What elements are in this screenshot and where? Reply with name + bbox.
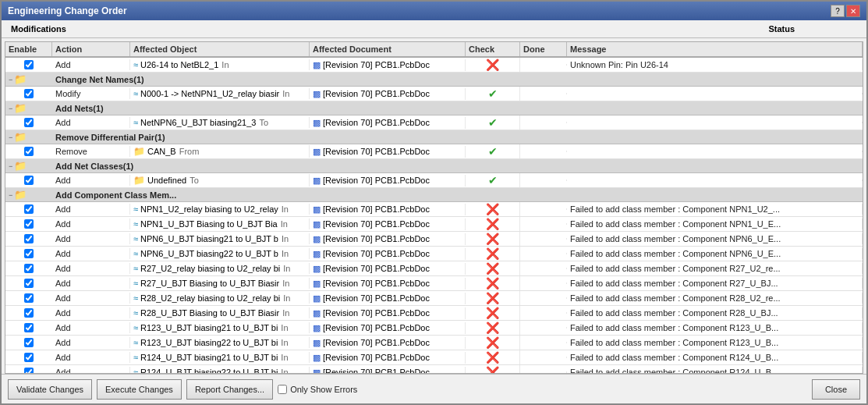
object-cell: ≈ R124_U_BJT biasing21 to U_BJT bi In — [130, 352, 310, 363]
enable-checkbox[interactable] — [24, 293, 34, 303]
collapse-icon[interactable]: − — [9, 191, 12, 199]
group-folder-icon: 📁 — [14, 73, 27, 85]
enable-cell[interactable] — [5, 278, 52, 289]
enable-cell[interactable] — [5, 218, 52, 229]
direction-text: In — [282, 89, 289, 98]
enable-checkbox[interactable] — [24, 147, 34, 156]
message-cell: Failed to add class member : Component N… — [567, 233, 863, 244]
collapse-icon[interactable]: − — [9, 105, 12, 112]
document-cell: ▩ [Revision 70] PCB1.PcbDoc — [310, 263, 466, 275]
enable-checkbox[interactable] — [24, 176, 34, 185]
enable-checkbox[interactable] — [24, 353, 34, 362]
enable-cell[interactable] — [5, 307, 52, 318]
bottom-bar: Validate Changes Execute Changes Report … — [2, 374, 866, 403]
enable-checkbox[interactable] — [24, 234, 34, 243]
enable-cell[interactable] — [5, 293, 52, 304]
doc-icon: ▩ — [313, 147, 321, 157]
message-cell — [567, 122, 863, 123]
direction-text: In — [221, 60, 229, 69]
document-text: [Revision 70] PCB1.PcbDoc — [323, 279, 430, 288]
validate-changes-button[interactable]: Validate Changes — [8, 379, 92, 400]
collapse-icon[interactable]: − — [9, 162, 12, 170]
table-row: Add ≈ NetNPN6_U_BJT biasing21_3 To ▩ [Re… — [5, 115, 863, 130]
only-show-errors-label[interactable]: Only Show Errors — [278, 385, 357, 394]
net-icon: ≈ — [133, 323, 138, 332]
enable-cell[interactable] — [5, 233, 52, 244]
done-cell — [520, 371, 567, 373]
document-cell: ▩ [Revision 70] PCB1.PcbDoc — [310, 59, 466, 71]
status-ok-icon: ✔ — [469, 116, 516, 129]
object-text: Undefined — [147, 176, 186, 185]
enable-cell[interactable] — [5, 337, 52, 348]
enable-checkbox[interactable] — [24, 118, 34, 127]
enable-cell[interactable] — [5, 146, 52, 157]
enable-cell[interactable] — [5, 352, 52, 363]
doc-icon: ▩ — [313, 308, 321, 318]
enable-checkbox[interactable] — [24, 308, 34, 318]
group-name: Remove Differential Pair(1) — [52, 132, 863, 143]
net-icon: ≈ — [133, 234, 138, 243]
table-row: Add ≈ R124_U_BJT biasing21 to U_BJT bi I… — [5, 350, 863, 365]
enable-checkbox[interactable] — [24, 219, 34, 229]
collapse-icon[interactable]: − — [9, 76, 12, 83]
net-icon: ≈ — [133, 249, 138, 258]
enable-cell[interactable] — [5, 322, 52, 333]
status-error-icon: ❌ — [469, 292, 516, 304]
report-changes-button[interactable]: Report Changes... — [186, 379, 273, 400]
check-cell: ❌ — [466, 336, 520, 350]
enable-cell[interactable] — [5, 204, 52, 215]
message-cell: Failed to add class member : Component N… — [567, 204, 863, 215]
enable-checkbox[interactable] — [24, 204, 34, 214]
enable-cell[interactable] — [5, 88, 52, 99]
enable-checkbox[interactable] — [24, 60, 34, 69]
enable-checkbox[interactable] — [24, 249, 34, 258]
document-cell: ▩ [Revision 70] PCB1.PcbDoc — [310, 233, 466, 245]
check-cell: ✔ — [466, 144, 520, 158]
object-text: U26-14 to NetBL2_1 — [140, 60, 218, 69]
group-expand[interactable]: − 📁 — [5, 159, 52, 172]
enable-cell[interactable] — [5, 263, 52, 274]
enable-checkbox[interactable] — [24, 323, 34, 332]
enable-cell[interactable] — [5, 367, 52, 373]
object-text: NPN1_U_BJT Biasing to U_BJT Bia — [140, 219, 278, 229]
document-cell: ▩ [Revision 70] PCB1.PcbDoc — [310, 337, 466, 349]
group-expand[interactable]: − 📁 — [5, 130, 52, 144]
collapse-icon[interactable]: − — [9, 133, 12, 141]
only-show-errors-checkbox[interactable] — [278, 385, 287, 394]
table-container: Enable Action Affected Object Affected D… — [5, 41, 863, 374]
object-cell: ≈ U26-14 to NetBL2_1 In — [130, 59, 310, 70]
group-expand[interactable]: − 📁 — [5, 101, 52, 115]
group-expand[interactable]: − 📁 — [5, 188, 52, 201]
table-row: Add ≈ NPN6_U_BJT biasing22 to U_BJT b In… — [5, 247, 863, 261]
direction-text: In — [282, 279, 289, 288]
help-button[interactable]: ? — [831, 5, 845, 17]
enable-checkbox[interactable] — [24, 338, 34, 347]
enable-checkbox[interactable] — [24, 89, 34, 98]
action-cell: Add — [52, 175, 130, 186]
table-row: Add ≈ NPN1_U2_relay biasing to U2_relay … — [5, 202, 863, 217]
action-cell: Add — [52, 117, 130, 128]
enable-checkbox[interactable] — [24, 264, 34, 273]
group-name: Change Net Names(1) — [52, 74, 863, 85]
object-cell: ≈ NetNPN6_U_BJT biasing21_3 To — [130, 117, 310, 128]
enable-checkbox[interactable] — [24, 368, 34, 373]
document-text: [Revision 70] PCB1.PcbDoc — [323, 323, 430, 332]
object-text: NPN6_U_BJT biasing22 to U_BJT b — [140, 249, 278, 258]
object-cell: ≈ NPN1_U_BJT Biasing to U_BJT Bia In — [130, 218, 310, 229]
message-cell: Failed to add class member : Component R… — [567, 367, 863, 373]
group-name: Add Nets(1) — [52, 103, 863, 114]
action-cell: Modify — [52, 88, 130, 99]
direction-text: In — [282, 249, 289, 258]
enable-cell[interactable] — [5, 248, 52, 259]
document-text: [Revision 70] PCB1.PcbDoc — [323, 293, 430, 303]
enable-cell[interactable] — [5, 175, 52, 186]
enable-checkbox[interactable] — [24, 279, 34, 288]
enable-cell[interactable] — [5, 59, 52, 70]
done-cell — [520, 238, 567, 240]
enable-cell[interactable] — [5, 117, 52, 128]
message-cell: Failed to add class member : Component N… — [567, 218, 863, 229]
execute-changes-button[interactable]: Execute Changes — [97, 379, 182, 400]
window-close-button[interactable]: ✕ — [846, 5, 860, 17]
close-button[interactable]: Close — [812, 379, 860, 400]
group-expand[interactable]: − 📁 — [5, 73, 52, 86]
